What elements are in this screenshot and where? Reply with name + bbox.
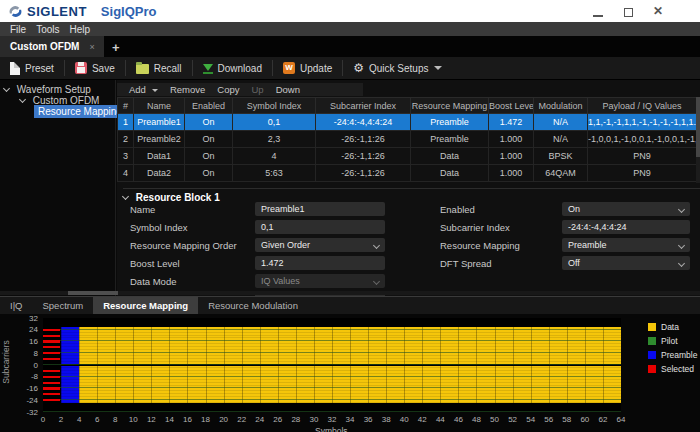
table-cell[interactable]: -24:4:-4,4:4:24 xyxy=(316,114,411,131)
new-tab-button[interactable]: + xyxy=(112,40,120,55)
table-cell[interactable]: Preamble1 xyxy=(134,114,185,131)
table-row[interactable]: 2Preamble2On2,3-26:-1,1:26Preamble1.000N… xyxy=(118,131,697,148)
dft-spread-select[interactable]: Off xyxy=(562,256,690,270)
table-cell[interactable]: Preamble2 xyxy=(134,131,185,148)
x-axis-label: Symbols xyxy=(315,426,348,432)
column-header[interactable]: Symbol Index xyxy=(233,98,316,114)
x-tick-label: 30 xyxy=(305,415,323,424)
tab-i-q[interactable]: I|Q xyxy=(0,297,33,314)
column-header[interactable]: Resource Mapping xyxy=(411,98,489,114)
table-cell[interactable]: N/A xyxy=(534,131,588,148)
update-button[interactable]: W Update xyxy=(273,57,342,80)
table-cell[interactable]: Preamble xyxy=(411,131,489,148)
table-cell[interactable]: 64QAM xyxy=(534,165,588,182)
column-header[interactable]: Boost Level xyxy=(489,98,534,114)
table-cell[interactable]: 1 xyxy=(118,114,134,131)
table-cell[interactable]: -26:-1,1:26 xyxy=(316,131,411,148)
table-cell[interactable]: 0,1 xyxy=(233,114,316,131)
legend-label: Selected xyxy=(661,364,694,374)
table-cell[interactable]: 4 xyxy=(233,148,316,165)
table-cell[interactable]: 1.000 xyxy=(489,131,534,148)
table-cell[interactable]: Data xyxy=(411,148,489,165)
table-cell[interactable]: N/A xyxy=(534,114,588,131)
x-tick-label: 44 xyxy=(431,415,449,424)
table-row[interactable]: 1Preamble1On0,1-24:4:-4,4:4:24Preamble1.… xyxy=(118,114,697,131)
enabled-select[interactable]: On xyxy=(562,202,690,216)
table-cell[interactable]: 1,1,-1,-1,1,1,-1,-1,-1,-1,1,1... xyxy=(588,114,697,131)
table-cell[interactable]: 1.000 xyxy=(489,165,534,182)
table-cell[interactable]: PN9 xyxy=(588,148,697,165)
tree-item-waveform-setup[interactable]: Waveform Setup xyxy=(4,84,91,95)
menu-file[interactable]: File xyxy=(10,24,26,35)
maximize-button[interactable] xyxy=(615,3,641,19)
save-button[interactable]: Save xyxy=(65,57,125,80)
table-cell[interactable]: BPSK xyxy=(534,148,588,165)
table-cell[interactable]: 1.472 xyxy=(489,114,534,131)
menu-help[interactable]: Help xyxy=(69,24,90,35)
column-header[interactable]: Enabled xyxy=(185,98,233,114)
down-button[interactable]: Down xyxy=(276,84,300,95)
column-header[interactable]: Name xyxy=(134,98,185,114)
column-header[interactable]: Subcarrier Index xyxy=(316,98,411,114)
column-header[interactable]: Payload / IQ Values xyxy=(588,98,697,114)
data-mode-select[interactable]: IQ Values xyxy=(255,274,385,288)
tab-close-icon[interactable]: × xyxy=(89,42,94,52)
resource-panel: Add Remove Copy Up Down #NameEnabledSymb… xyxy=(117,80,700,296)
table-cell[interactable]: -26:-1,1:26 xyxy=(316,165,411,182)
table-cell[interactable]: On xyxy=(185,148,233,165)
tab-custom-ofdm[interactable]: Custom OFDM × xyxy=(0,36,104,57)
y-tick-label: -8 xyxy=(12,372,38,381)
table-row[interactable]: 4Data2On5:63-26:-1,1:26Data1.00064QAMPN9 xyxy=(118,165,697,182)
table-cell[interactable]: 2 xyxy=(118,131,134,148)
app-window: SIGLENT SigIQPro ✕ File Tools Help Custo… xyxy=(0,0,700,432)
table-row[interactable]: 3Data1On4-26:-1,1:26Data1.000BPSKPN9 xyxy=(118,148,697,165)
quick-setups-button[interactable]: ⚙ Quick Setups xyxy=(343,57,452,80)
table-scrollbar[interactable] xyxy=(696,97,700,183)
chart-legend: DataPilotPreambleSelected xyxy=(648,322,697,378)
y-tick-label: -24 xyxy=(12,396,38,405)
table-cell[interactable]: 3 xyxy=(118,148,134,165)
table-cell[interactable]: PN9 xyxy=(588,165,697,182)
x-tick-label: 46 xyxy=(449,415,467,424)
table-cell[interactable]: 2,3 xyxy=(233,131,316,148)
table-cell[interactable]: Data1 xyxy=(134,148,185,165)
table-cell[interactable]: Preamble xyxy=(411,114,489,131)
legend-label: Preamble xyxy=(661,350,697,360)
tab-resource-mapping[interactable]: Resource Mapping xyxy=(93,297,198,314)
table-cell[interactable]: On xyxy=(185,114,233,131)
preset-button[interactable]: Preset xyxy=(0,57,64,80)
tree-item-resource-mapping[interactable]: Resource Mapping xyxy=(34,105,126,118)
field-label: Enabled xyxy=(440,204,475,215)
menu-tools[interactable]: Tools xyxy=(36,24,59,35)
table-cell[interactable]: 1.000 xyxy=(489,148,534,165)
recall-button[interactable]: Recall xyxy=(126,57,192,80)
column-header[interactable]: Modulation xyxy=(534,98,588,114)
form-row: Resource MappingPreamble xyxy=(117,238,700,254)
tab-spectrum[interactable]: Spectrum xyxy=(33,297,94,314)
up-button[interactable]: Up xyxy=(251,84,263,95)
horizontal-scrollbar[interactable] xyxy=(0,291,700,295)
close-button[interactable]: ✕ xyxy=(645,3,671,19)
gear-icon: ⚙ xyxy=(353,62,364,74)
add-button[interactable]: Add xyxy=(129,84,158,95)
table-cell[interactable]: 4 xyxy=(118,165,134,182)
subcarrier-index-field[interactable]: -24:4:-4,4:4:24 xyxy=(562,220,690,234)
table-cell[interactable]: -26:-1,1:26 xyxy=(316,148,411,165)
table-cell[interactable]: On xyxy=(185,165,233,182)
download-button[interactable]: Download xyxy=(193,57,272,80)
copy-button[interactable]: Copy xyxy=(217,84,239,95)
resource-mapping-select[interactable]: Preamble xyxy=(562,238,690,252)
column-header[interactable]: # xyxy=(118,98,134,114)
resource-block-header[interactable]: Resource Block 1 xyxy=(123,188,700,203)
x-tick-label: 38 xyxy=(377,415,395,424)
chart-plot-area[interactable] xyxy=(43,318,621,412)
table-cell[interactable]: 5:63 xyxy=(233,165,316,182)
remove-button[interactable]: Remove xyxy=(170,84,205,95)
table-cell[interactable]: Data2 xyxy=(134,165,185,182)
tab-resource-modulation[interactable]: Resource Modulation xyxy=(198,297,308,314)
table-cell[interactable]: Data xyxy=(411,165,489,182)
minimize-button[interactable] xyxy=(585,3,611,19)
table-cell[interactable]: -1,0,0,1,-1,0,0,1,-1,0,0,1,-1,... xyxy=(588,131,697,148)
table-cell[interactable]: On xyxy=(185,131,233,148)
legend-swatch-icon xyxy=(648,365,656,373)
